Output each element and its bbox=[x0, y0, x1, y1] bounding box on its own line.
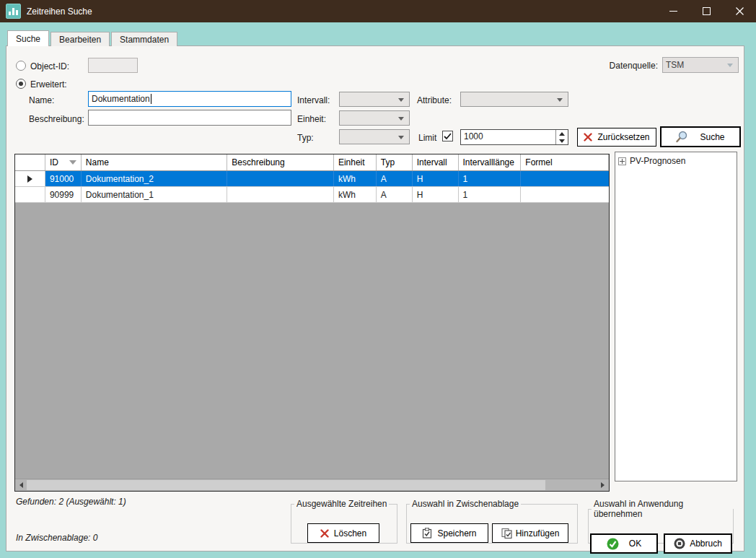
hinzufuegen-button[interactable]: Hinzufügen bbox=[492, 523, 568, 543]
typ-select[interactable] bbox=[339, 129, 410, 144]
category-tree: PV-Prognosen bbox=[615, 152, 737, 481]
selected-series-group-title: Ausgewählte Zeitreihen bbox=[294, 499, 389, 509]
red-x-icon bbox=[584, 133, 592, 141]
grid-header-beschreibung[interactable]: Beschreibung bbox=[227, 154, 334, 170]
clipboard-group: Auswahl in Zwischenablage Speichern Hinz… bbox=[406, 499, 578, 544]
intervall-select[interactable] bbox=[339, 92, 410, 107]
limit-spinbox[interactable]: 1000 bbox=[460, 129, 568, 145]
cell-intervall[interactable]: H bbox=[413, 171, 459, 186]
grid-header-row: ID Name Beschreibung Einheit Typ Interva… bbox=[15, 154, 609, 171]
cell-einheit[interactable]: kWh bbox=[334, 171, 377, 186]
title-bar[interactable]: Zeitreihen Suche bbox=[0, 0, 756, 22]
app-icon bbox=[6, 4, 21, 19]
row-selector-cell[interactable] bbox=[15, 187, 45, 202]
spinner-buttons[interactable] bbox=[555, 130, 568, 144]
tab-bearbeiten[interactable]: Bearbeiten bbox=[50, 32, 110, 46]
tab-suche[interactable]: Suche bbox=[7, 30, 49, 46]
horizontal-scrollbar[interactable] bbox=[15, 479, 609, 491]
check-icon bbox=[444, 133, 452, 140]
cell-formel[interactable] bbox=[521, 171, 609, 186]
cell-intervalllaenge[interactable]: 1 bbox=[459, 187, 522, 202]
cell-id[interactable]: 90999 bbox=[45, 187, 82, 202]
row-pointer-icon bbox=[27, 175, 32, 183]
clipboard-add-icon bbox=[501, 528, 512, 539]
red-x-icon bbox=[320, 529, 329, 538]
object-id-label: Object-ID: bbox=[30, 61, 69, 71]
cell-name[interactable]: Dokumentation_1 bbox=[82, 187, 227, 202]
ok-button[interactable]: OK bbox=[590, 533, 658, 554]
minimize-icon bbox=[669, 7, 677, 15]
grid-header-selector[interactable] bbox=[15, 154, 45, 170]
minimize-button[interactable] bbox=[656, 0, 690, 22]
limit-checkbox[interactable] bbox=[442, 131, 453, 141]
row-selector-cell[interactable] bbox=[15, 171, 45, 186]
intervall-label: Intervall: bbox=[297, 95, 330, 105]
close-button[interactable] bbox=[723, 0, 756, 22]
tree-expand-icon[interactable] bbox=[618, 157, 626, 165]
suche-button[interactable]: Suche bbox=[660, 126, 741, 147]
tab-stammdaten[interactable]: Stammdaten bbox=[111, 32, 177, 46]
tab-strip: Suche Bearbeiten Stammdaten bbox=[7, 30, 179, 46]
grid-header-formel[interactable]: Formel bbox=[521, 154, 609, 170]
zuruecksetzen-button[interactable]: Zurücksetzen bbox=[577, 128, 656, 147]
table-row[interactable]: 90999 Dokumentation_1 kWh A H 1 bbox=[15, 187, 609, 203]
spin-down-icon bbox=[556, 137, 568, 144]
grid-header-typ[interactable]: Typ bbox=[377, 154, 413, 170]
cell-beschreibung[interactable] bbox=[227, 171, 334, 186]
datenquelle-select[interactable]: TSM bbox=[662, 57, 739, 73]
datenquelle-label: Datenquelle: bbox=[600, 61, 658, 71]
clipboard-group-title: Auswahl in Zwischenablage bbox=[410, 499, 521, 509]
table-row[interactable]: 91000 Dokumentation_2 kWh A H 1 bbox=[15, 171, 609, 187]
cell-beschreibung[interactable] bbox=[227, 187, 334, 202]
einheit-label: Einheit: bbox=[297, 114, 326, 124]
erweitert-label: Erweitert: bbox=[30, 79, 67, 90]
loeschen-button[interactable]: Löschen bbox=[307, 523, 379, 543]
window-title: Zeitreihen Suche bbox=[27, 6, 92, 17]
typ-label: Typ: bbox=[297, 133, 314, 143]
cell-typ[interactable]: A bbox=[377, 171, 413, 186]
scrollbar-thumb[interactable] bbox=[27, 480, 545, 490]
clipboard-status: In Zwischenablage: 0 bbox=[16, 533, 97, 543]
abbruch-button[interactable]: Abbruch bbox=[664, 533, 732, 554]
maximize-button[interactable] bbox=[690, 0, 723, 22]
grid-header-intervalllaenge[interactable]: Intervalllänge bbox=[459, 154, 522, 170]
name-input[interactable]: Dokumentation bbox=[88, 91, 291, 107]
scroll-right-icon[interactable] bbox=[597, 479, 609, 491]
chevron-down-icon bbox=[398, 98, 404, 102]
grid-header-id[interactable]: ID bbox=[45, 154, 82, 170]
chevron-down-icon bbox=[398, 117, 404, 121]
grid-header-name[interactable]: Name bbox=[82, 154, 227, 170]
beschreibung-input[interactable] bbox=[88, 110, 291, 126]
tree-node-pv-prognosen[interactable]: PV-Prognosen bbox=[618, 156, 734, 166]
chevron-down-icon bbox=[557, 98, 563, 102]
scroll-left-icon[interactable] bbox=[15, 479, 27, 491]
text-caret bbox=[151, 94, 151, 104]
grid-header-einheit[interactable]: Einheit bbox=[334, 154, 377, 170]
cell-intervalllaenge[interactable]: 1 bbox=[459, 171, 522, 186]
limit-label: Limit bbox=[418, 133, 436, 143]
cell-intervall[interactable]: H bbox=[413, 187, 459, 202]
chevron-down-icon bbox=[398, 136, 404, 139]
cell-name[interactable]: Dokumentation_2 bbox=[82, 171, 227, 186]
spin-up-icon bbox=[556, 130, 568, 137]
speichern-button[interactable]: Speichern bbox=[410, 523, 488, 543]
grid-header-intervall[interactable]: Intervall bbox=[413, 154, 459, 170]
apply-group: Auswahl in Anwendung übernehmen OK Abbru… bbox=[588, 499, 734, 544]
sort-desc-icon bbox=[69, 160, 76, 165]
beschreibung-label: Beschreibung: bbox=[29, 114, 84, 124]
object-id-input[interactable] bbox=[88, 58, 138, 73]
cell-einheit[interactable]: kWh bbox=[334, 187, 377, 202]
clipboard-check-icon bbox=[422, 528, 432, 539]
einheit-select[interactable] bbox=[339, 110, 410, 126]
cell-typ[interactable]: A bbox=[377, 187, 413, 202]
chevron-down-icon bbox=[727, 64, 733, 67]
object-id-radio[interactable] bbox=[16, 61, 26, 71]
search-icon bbox=[676, 131, 688, 143]
tree-node-label: PV-Prognosen bbox=[630, 156, 685, 166]
cell-formel[interactable] bbox=[521, 187, 609, 202]
attribute-select[interactable] bbox=[460, 92, 568, 107]
close-icon bbox=[736, 7, 744, 15]
cell-id[interactable]: 91000 bbox=[45, 171, 82, 186]
attribute-label: Attribute: bbox=[417, 95, 452, 105]
erweitert-radio[interactable] bbox=[16, 79, 26, 89]
